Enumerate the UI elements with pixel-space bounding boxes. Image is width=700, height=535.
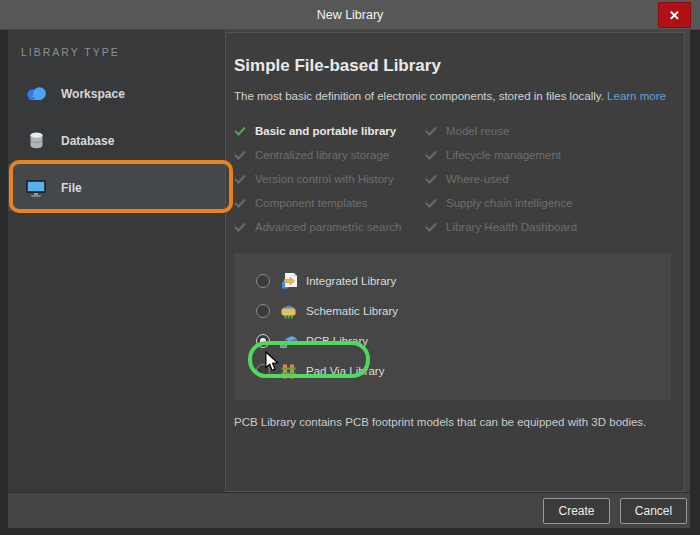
page-title: Simple File-based Library xyxy=(234,56,670,76)
feature-item: Advanced parametric search xyxy=(234,215,425,239)
sidebar-item-label: Database xyxy=(61,134,114,148)
check-icon xyxy=(425,174,437,184)
option-label: Schematic Library xyxy=(306,305,398,317)
feature-item: Supply chain intelligence xyxy=(425,191,670,215)
feature-list: Basic and portable library Centralized l… xyxy=(234,119,670,239)
file-monitor-icon xyxy=(25,179,47,197)
option-label: Pad Via Library xyxy=(306,365,384,377)
option-label: PCB Library xyxy=(306,335,368,347)
sidebar-item-label: Workspace xyxy=(61,87,125,101)
option-pcb-library[interactable]: PCB Library xyxy=(256,326,671,356)
sidebar-item-database[interactable]: Database xyxy=(8,117,225,164)
radio-button[interactable] xyxy=(256,334,270,348)
option-note: PCB Library contains PCB footprint model… xyxy=(234,416,670,428)
option-label: Integrated Library xyxy=(306,275,396,287)
cancel-button[interactable]: Cancel xyxy=(620,498,687,524)
database-icon xyxy=(25,132,47,149)
option-schematic-library[interactable]: Schematic Library xyxy=(256,296,671,326)
feature-item: Component templates xyxy=(234,191,425,215)
option-pad-via-library[interactable]: Pad Via Library xyxy=(256,356,671,386)
radio-button[interactable] xyxy=(256,304,270,318)
pad-via-library-icon xyxy=(278,363,298,380)
footer: Create Cancel xyxy=(8,492,690,528)
sidebar: LIBRARY TYPE Workspace xyxy=(8,30,225,492)
option-integrated-library[interactable]: Integrated Library xyxy=(256,266,671,296)
check-icon xyxy=(425,126,437,136)
feature-item: Basic and portable library xyxy=(234,119,425,143)
pcb-library-icon xyxy=(278,333,298,350)
sidebar-item-label: File xyxy=(61,181,82,195)
feature-item: Library Health Dashboard xyxy=(425,215,670,239)
integrated-library-icon xyxy=(278,272,298,290)
close-icon[interactable]: ✕ xyxy=(658,2,691,28)
check-icon xyxy=(425,150,437,160)
radio-button[interactable] xyxy=(256,364,270,378)
new-library-dialog: New Library ✕ LIBRARY TYPE Workspace xyxy=(0,0,700,535)
sidebar-item-workspace[interactable]: Workspace xyxy=(8,70,225,117)
schematic-library-icon xyxy=(278,302,298,320)
create-button[interactable]: Create xyxy=(543,498,610,524)
workspace-cloud-icon xyxy=(25,86,47,101)
dialog-body: LIBRARY TYPE Workspace xyxy=(8,30,690,528)
feature-item: Lifecycle management xyxy=(425,143,670,167)
titlebar: New Library ✕ xyxy=(0,0,700,30)
radio-button[interactable] xyxy=(256,274,270,288)
learn-more-link[interactable]: Learn more xyxy=(607,90,666,102)
description: The most basic definition of electronic … xyxy=(234,89,684,103)
library-type-options: Integrated Library xyxy=(234,253,671,400)
check-icon xyxy=(234,150,246,160)
check-icon xyxy=(234,222,246,232)
feature-item: Model reuse xyxy=(425,119,670,143)
sidebar-header: LIBRARY TYPE xyxy=(8,30,225,70)
check-icon xyxy=(234,198,246,208)
feature-item: Where-used xyxy=(425,167,670,191)
check-icon xyxy=(425,222,437,232)
feature-item: Version control with History xyxy=(234,167,425,191)
check-icon xyxy=(425,198,437,208)
check-icon xyxy=(234,126,246,136)
sidebar-item-file[interactable]: File xyxy=(8,164,225,211)
main-panel: Simple File-based Library The most basic… xyxy=(225,32,685,492)
feature-item: Centralized library storage xyxy=(234,143,425,167)
description-text: The most basic definition of electronic … xyxy=(234,90,604,102)
check-icon xyxy=(234,174,246,184)
dialog-title: New Library xyxy=(0,0,700,30)
